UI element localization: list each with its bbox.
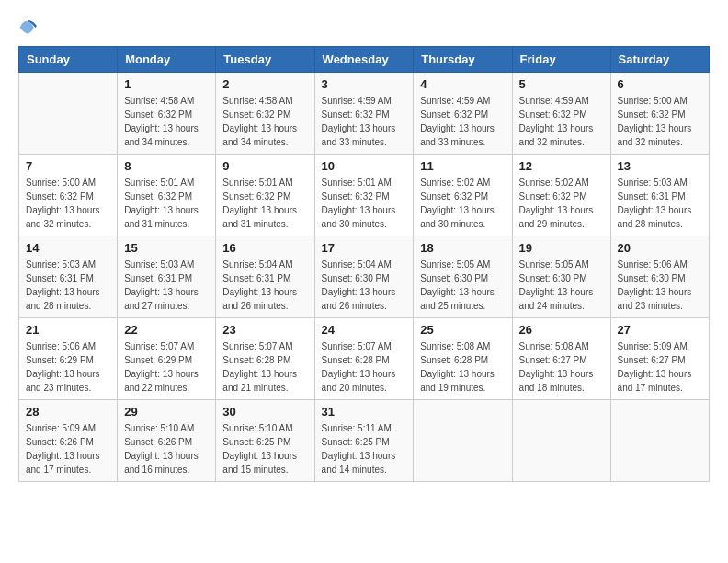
day-info: Sunrise: 5:06 AM Sunset: 6:29 PM Dayligh… bbox=[26, 339, 110, 395]
day-info: Sunrise: 5:05 AM Sunset: 6:30 PM Dayligh… bbox=[519, 258, 604, 313]
day-number: 9 bbox=[222, 159, 307, 173]
day-number: 3 bbox=[322, 77, 407, 91]
day-info: Sunrise: 4:58 AM Sunset: 6:32 PM Dayligh… bbox=[222, 94, 307, 149]
day-number: 31 bbox=[322, 405, 407, 419]
weekday-header-thursday: Thursday bbox=[414, 47, 512, 73]
calendar-cell: 3Sunrise: 4:59 AM Sunset: 6:32 PM Daylig… bbox=[314, 73, 414, 155]
day-number: 25 bbox=[420, 323, 505, 337]
day-number: 4 bbox=[420, 77, 505, 91]
day-number: 5 bbox=[519, 77, 604, 91]
calendar-cell bbox=[610, 400, 709, 482]
day-number: 8 bbox=[124, 159, 209, 173]
week-row-2: 7Sunrise: 5:00 AM Sunset: 6:32 PM Daylig… bbox=[19, 155, 710, 236]
calendar-cell: 6Sunrise: 5:00 AM Sunset: 6:32 PM Daylig… bbox=[610, 73, 709, 155]
day-info: Sunrise: 5:01 AM Sunset: 6:32 PM Dayligh… bbox=[222, 176, 307, 231]
day-number: 29 bbox=[124, 405, 209, 419]
calendar-cell: 21Sunrise: 5:06 AM Sunset: 6:29 PM Dayli… bbox=[19, 318, 118, 400]
calendar-cell: 26Sunrise: 5:08 AM Sunset: 6:27 PM Dayli… bbox=[512, 318, 610, 400]
day-info: Sunrise: 4:59 AM Sunset: 6:32 PM Dayligh… bbox=[519, 94, 604, 149]
calendar-cell: 8Sunrise: 5:01 AM Sunset: 6:32 PM Daylig… bbox=[118, 155, 216, 236]
day-number: 11 bbox=[420, 159, 505, 173]
day-number: 16 bbox=[222, 241, 307, 255]
day-number: 21 bbox=[26, 323, 110, 337]
calendar-cell: 4Sunrise: 4:59 AM Sunset: 6:32 PM Daylig… bbox=[414, 73, 512, 155]
day-number: 30 bbox=[222, 405, 307, 419]
day-number: 10 bbox=[322, 159, 407, 173]
week-row-4: 21Sunrise: 5:06 AM Sunset: 6:29 PM Dayli… bbox=[19, 318, 710, 400]
day-info: Sunrise: 5:08 AM Sunset: 6:27 PM Dayligh… bbox=[519, 339, 604, 395]
day-number: 27 bbox=[618, 323, 702, 337]
logo-icon bbox=[18, 18, 37, 37]
day-number: 24 bbox=[322, 323, 407, 337]
calendar-cell: 17Sunrise: 5:04 AM Sunset: 6:30 PM Dayli… bbox=[314, 236, 414, 318]
logo bbox=[18, 18, 40, 37]
calendar-cell bbox=[19, 73, 118, 155]
day-info: Sunrise: 5:02 AM Sunset: 6:32 PM Dayligh… bbox=[420, 176, 505, 231]
day-info: Sunrise: 5:09 AM Sunset: 6:26 PM Dayligh… bbox=[26, 421, 110, 477]
calendar-cell: 5Sunrise: 4:59 AM Sunset: 6:32 PM Daylig… bbox=[512, 73, 610, 155]
day-info: Sunrise: 4:59 AM Sunset: 6:32 PM Dayligh… bbox=[322, 94, 407, 149]
day-info: Sunrise: 5:06 AM Sunset: 6:30 PM Dayligh… bbox=[618, 258, 702, 313]
calendar-cell: 27Sunrise: 5:09 AM Sunset: 6:27 PM Dayli… bbox=[610, 318, 709, 400]
calendar-cell: 2Sunrise: 4:58 AM Sunset: 6:32 PM Daylig… bbox=[216, 73, 314, 155]
calendar-cell: 12Sunrise: 5:02 AM Sunset: 6:32 PM Dayli… bbox=[512, 155, 610, 236]
calendar-cell: 25Sunrise: 5:08 AM Sunset: 6:28 PM Dayli… bbox=[414, 318, 512, 400]
calendar-cell: 18Sunrise: 5:05 AM Sunset: 6:30 PM Dayli… bbox=[414, 236, 512, 318]
day-number: 17 bbox=[322, 241, 407, 255]
day-number: 6 bbox=[618, 77, 702, 91]
day-info: Sunrise: 5:09 AM Sunset: 6:27 PM Dayligh… bbox=[618, 339, 702, 395]
day-info: Sunrise: 5:03 AM Sunset: 6:31 PM Dayligh… bbox=[26, 258, 110, 313]
day-info: Sunrise: 5:00 AM Sunset: 6:32 PM Dayligh… bbox=[618, 94, 702, 149]
day-number: 14 bbox=[26, 241, 110, 255]
day-info: Sunrise: 5:07 AM Sunset: 6:28 PM Dayligh… bbox=[322, 339, 407, 395]
weekday-header-row: SundayMondayTuesdayWednesdayThursdayFrid… bbox=[19, 47, 710, 73]
calendar-cell: 24Sunrise: 5:07 AM Sunset: 6:28 PM Dayli… bbox=[314, 318, 414, 400]
calendar-cell: 11Sunrise: 5:02 AM Sunset: 6:32 PM Dayli… bbox=[414, 155, 512, 236]
calendar-cell: 15Sunrise: 5:03 AM Sunset: 6:31 PM Dayli… bbox=[118, 236, 216, 318]
calendar-cell bbox=[414, 400, 512, 482]
day-number: 1 bbox=[124, 77, 209, 91]
day-info: Sunrise: 5:01 AM Sunset: 6:32 PM Dayligh… bbox=[124, 176, 209, 231]
day-number: 19 bbox=[519, 241, 604, 255]
day-info: Sunrise: 5:03 AM Sunset: 6:31 PM Dayligh… bbox=[124, 258, 209, 313]
calendar-cell: 28Sunrise: 5:09 AM Sunset: 6:26 PM Dayli… bbox=[19, 400, 118, 482]
calendar-table: SundayMondayTuesdayWednesdayThursdayFrid… bbox=[18, 46, 710, 482]
weekday-header-saturday: Saturday bbox=[610, 47, 709, 73]
calendar-cell: 20Sunrise: 5:06 AM Sunset: 6:30 PM Dayli… bbox=[610, 236, 709, 318]
day-info: Sunrise: 5:00 AM Sunset: 6:32 PM Dayligh… bbox=[26, 176, 110, 231]
day-number: 23 bbox=[222, 323, 307, 337]
weekday-header-tuesday: Tuesday bbox=[216, 47, 314, 73]
calendar-cell: 7Sunrise: 5:00 AM Sunset: 6:32 PM Daylig… bbox=[19, 155, 118, 236]
day-number: 20 bbox=[618, 241, 702, 255]
page-header bbox=[18, 18, 710, 37]
week-row-5: 28Sunrise: 5:09 AM Sunset: 6:26 PM Dayli… bbox=[19, 400, 710, 482]
day-info: Sunrise: 4:59 AM Sunset: 6:32 PM Dayligh… bbox=[420, 94, 505, 149]
day-number: 2 bbox=[222, 77, 307, 91]
calendar-cell: 1Sunrise: 4:58 AM Sunset: 6:32 PM Daylig… bbox=[118, 73, 216, 155]
day-info: Sunrise: 5:02 AM Sunset: 6:32 PM Dayligh… bbox=[519, 176, 604, 231]
calendar-cell: 14Sunrise: 5:03 AM Sunset: 6:31 PM Dayli… bbox=[19, 236, 118, 318]
day-number: 15 bbox=[124, 241, 209, 255]
day-info: Sunrise: 5:08 AM Sunset: 6:28 PM Dayligh… bbox=[420, 339, 505, 395]
day-number: 18 bbox=[420, 241, 505, 255]
day-info: Sunrise: 5:01 AM Sunset: 6:32 PM Dayligh… bbox=[322, 176, 407, 231]
calendar-cell: 31Sunrise: 5:11 AM Sunset: 6:25 PM Dayli… bbox=[314, 400, 414, 482]
week-row-1: 1Sunrise: 4:58 AM Sunset: 6:32 PM Daylig… bbox=[19, 73, 710, 155]
day-number: 28 bbox=[26, 405, 110, 419]
day-info: Sunrise: 5:11 AM Sunset: 6:25 PM Dayligh… bbox=[322, 421, 407, 477]
day-number: 12 bbox=[519, 159, 604, 173]
day-number: 26 bbox=[519, 323, 604, 337]
day-info: Sunrise: 4:58 AM Sunset: 6:32 PM Dayligh… bbox=[124, 94, 209, 149]
day-info: Sunrise: 5:10 AM Sunset: 6:26 PM Dayligh… bbox=[124, 421, 209, 477]
calendar-cell: 22Sunrise: 5:07 AM Sunset: 6:29 PM Dayli… bbox=[118, 318, 216, 400]
weekday-header-sunday: Sunday bbox=[19, 47, 118, 73]
calendar-cell: 23Sunrise: 5:07 AM Sunset: 6:28 PM Dayli… bbox=[216, 318, 314, 400]
day-info: Sunrise: 5:07 AM Sunset: 6:29 PM Dayligh… bbox=[124, 339, 209, 395]
day-number: 22 bbox=[124, 323, 209, 337]
weekday-header-wednesday: Wednesday bbox=[314, 47, 414, 73]
weekday-header-monday: Monday bbox=[118, 47, 216, 73]
calendar-cell: 13Sunrise: 5:03 AM Sunset: 6:31 PM Dayli… bbox=[610, 155, 709, 236]
calendar-cell: 30Sunrise: 5:10 AM Sunset: 6:25 PM Dayli… bbox=[216, 400, 314, 482]
calendar-cell bbox=[512, 400, 610, 482]
calendar-cell: 29Sunrise: 5:10 AM Sunset: 6:26 PM Dayli… bbox=[118, 400, 216, 482]
